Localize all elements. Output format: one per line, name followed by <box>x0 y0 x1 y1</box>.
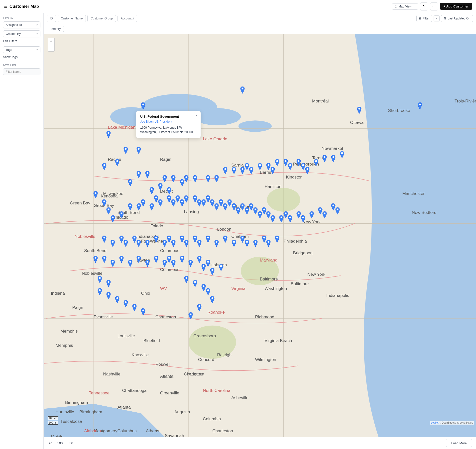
map-pin[interactable] <box>339 151 345 159</box>
map-pin[interactable] <box>313 159 319 167</box>
map-pin[interactable] <box>270 167 275 175</box>
map-container[interactable]: Detroit Chicago Milwaukee Indianapolis C… <box>44 34 476 437</box>
map-pin[interactable] <box>115 296 120 304</box>
refresh-button[interactable]: ↻ <box>420 2 428 10</box>
assigned-to-select[interactable]: Assigned To <box>3 21 40 28</box>
map-pin[interactable] <box>417 102 423 110</box>
map-pin[interactable] <box>184 195 189 203</box>
map-pin[interactable] <box>335 207 340 215</box>
add-customer-button[interactable]: + Add Customer <box>440 3 472 10</box>
map-pin[interactable] <box>287 163 293 171</box>
map-pin[interactable] <box>266 240 271 248</box>
map-pin[interactable] <box>123 300 128 308</box>
page-size-500[interactable]: 500 <box>67 441 74 446</box>
map-pin[interactable] <box>205 288 211 296</box>
map-pin[interactable] <box>192 280 198 288</box>
map-pin[interactable] <box>145 260 150 268</box>
map-pin[interactable] <box>218 264 224 272</box>
map-pin[interactable] <box>270 215 275 223</box>
map-pin[interactable] <box>184 276 189 284</box>
map-pin[interactable] <box>248 167 254 175</box>
hamburger-icon[interactable]: ☰ <box>4 4 7 9</box>
map-pin[interactable] <box>127 179 133 187</box>
col-customer-name[interactable]: Customer Name <box>58 15 86 22</box>
map-pin[interactable] <box>106 292 111 300</box>
map-pin[interactable] <box>197 304 202 312</box>
map-pin[interactable] <box>119 256 124 264</box>
map-pin[interactable] <box>231 167 237 175</box>
map-pin[interactable] <box>305 167 310 175</box>
map-pin[interactable] <box>179 256 185 264</box>
map-pin[interactable] <box>184 175 189 183</box>
map-pin[interactable] <box>171 260 176 268</box>
map-pin[interactable] <box>223 167 228 175</box>
map-pin[interactable] <box>214 175 219 183</box>
map-pin[interactable] <box>331 155 336 163</box>
map-pin[interactable] <box>287 215 293 223</box>
filter-clear-button[interactable]: × <box>434 15 440 21</box>
col-account[interactable]: Account # <box>118 15 137 22</box>
col-customer-group[interactable]: Customer Group <box>87 15 116 22</box>
map-pin[interactable] <box>184 240 189 248</box>
map-pin[interactable] <box>153 256 159 264</box>
map-pin[interactable] <box>171 175 176 183</box>
map-pin[interactable] <box>119 211 124 219</box>
map-pin[interactable] <box>106 280 111 288</box>
map-pin[interactable] <box>309 211 314 219</box>
map-pin[interactable] <box>149 187 154 195</box>
map-pin[interactable] <box>102 256 107 264</box>
map-pin[interactable] <box>106 207 111 215</box>
map-pin[interactable] <box>214 240 219 248</box>
map-pin[interactable] <box>102 236 107 243</box>
map-pin[interactable] <box>166 187 172 195</box>
map-pin[interactable] <box>322 155 327 163</box>
map-pin[interactable] <box>140 308 146 316</box>
map-view-button[interactable]: ⊙ Map View ⌄ <box>392 3 418 10</box>
map-pin[interactable] <box>205 175 211 183</box>
map-pin[interactable] <box>127 260 133 268</box>
edit-filters-link[interactable]: Edit Filters <box>3 39 40 43</box>
map-pin[interactable] <box>145 240 150 248</box>
map-pin[interactable] <box>106 131 111 139</box>
page-size-20[interactable]: 20 <box>48 441 53 446</box>
map-pin[interactable] <box>274 159 280 167</box>
filter-button[interactable]: ⊟ Filter <box>416 15 432 22</box>
map-pin[interactable] <box>123 147 128 155</box>
map-pin[interactable] <box>115 159 120 167</box>
map-pin[interactable] <box>357 107 362 114</box>
map-pin[interactable] <box>93 191 98 199</box>
map-pin[interactable] <box>201 264 206 272</box>
tags-select[interactable]: Tags <box>3 46 40 53</box>
zoom-in-button[interactable]: + <box>48 38 55 45</box>
map-pin[interactable] <box>300 215 306 223</box>
popup-close-button[interactable]: × <box>196 114 198 118</box>
map-pin[interactable] <box>210 268 215 276</box>
map-pin[interactable] <box>197 240 202 248</box>
map-pin[interactable] <box>149 203 154 211</box>
map-pin[interactable] <box>210 296 215 304</box>
col-id[interactable]: ID <box>47 15 56 22</box>
map-pin[interactable] <box>223 236 228 243</box>
map-pin[interactable] <box>188 312 193 320</box>
filter-name-input[interactable] <box>3 68 40 75</box>
map-pin[interactable] <box>158 199 163 207</box>
map-pin[interactable] <box>244 240 250 248</box>
zoom-out-button[interactable]: − <box>48 45 55 52</box>
map-pin[interactable] <box>140 199 146 207</box>
map-pin[interactable] <box>110 215 116 223</box>
page-size-100[interactable]: 100 <box>56 441 64 446</box>
load-more-button[interactable]: Load More <box>446 439 472 447</box>
map-pin[interactable] <box>110 260 116 268</box>
leaflet-link[interactable]: Leaflet <box>431 421 438 424</box>
map-pin[interactable] <box>192 175 198 183</box>
map-pin[interactable] <box>97 288 103 296</box>
map-pin[interactable] <box>257 163 263 171</box>
map-pin[interactable] <box>123 240 128 248</box>
map-pin[interactable] <box>127 203 133 211</box>
map-pin[interactable] <box>97 276 103 284</box>
sort-button[interactable]: ⇅ Last Updated On <box>441 15 473 22</box>
map-pin[interactable] <box>102 163 107 171</box>
map-pin[interactable] <box>136 147 141 155</box>
map-pin[interactable] <box>93 256 98 264</box>
map-pin[interactable] <box>231 240 237 248</box>
